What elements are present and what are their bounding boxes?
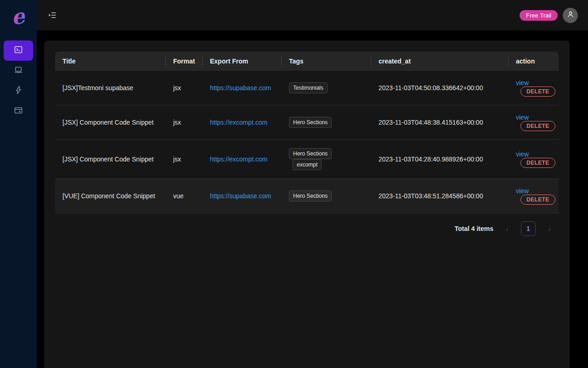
table-row: [VUE] Component Code Snippet vue https:/… [55,179,559,213]
cell-created-at: 2023-11-03T04:28:40.988926+00:00 [371,140,509,179]
table-row: [JSX]Testmoni supabase jsx https://supab… [55,71,559,105]
delete-button[interactable]: DELETE [520,121,555,131]
thunderbolt-icon [14,86,23,97]
app-logo[interactable]: e [0,0,37,33]
table-row: [JSX] Component Code Snippet jsx https:/… [55,140,559,179]
tag: Hero Sections [289,117,332,128]
tag: Hero Sections [289,148,332,159]
logo-letter: e [11,6,26,28]
view-link[interactable]: view [516,79,529,86]
delete-button[interactable]: DELETE [520,86,555,97]
snippets-table: Title Format Export From Tags created_at… [55,52,559,213]
column-header-tags: Tags [282,52,371,71]
sidebar-item-thunderbolt[interactable] [4,81,33,101]
sidebar-item-terminal[interactable] [4,40,33,61]
cell-title: [VUE] Component Code Snippet [55,179,166,213]
export-from-link[interactable]: https://supabase.com [210,192,271,200]
next-page-button[interactable]: › [542,221,557,236]
tag: excompt [293,159,322,170]
prev-page-button[interactable]: ‹ [500,221,514,236]
user-icon [566,10,575,20]
column-header-export-from: Export From [203,52,282,71]
export-from-link[interactable]: https://excompt.com [210,155,267,163]
tag: Hero Sections [289,190,332,201]
cell-title: [JSX] Component Code Snippet [55,105,166,140]
sidebar-nav [0,40,37,121]
pagination-total: Total 4 items [454,225,493,232]
cell-title: [JSX]Testmoni supabase [55,71,166,105]
content-area: Title Format Export From Tags created_at… [37,30,588,368]
credit-card-icon [14,106,23,117]
table-row: [JSX] Component Code Snippet jsx https:/… [55,105,559,140]
menu-unfold-icon[interactable] [47,10,58,21]
main-column: Free Trail [37,0,588,368]
sidebar-item-laptop[interactable] [4,61,33,81]
cell-format: vue [166,179,203,213]
topbar: Free Trail [37,0,588,30]
sidebar: e [0,0,37,368]
cell-format: jsx [166,71,203,105]
cell-format: jsx [166,105,203,140]
free-trial-badge[interactable]: Free Trail [520,10,558,21]
cell-title: [JSX] Component Code Snippet [55,140,166,179]
tag: Testimonials [289,82,328,93]
column-header-action: action [509,52,559,71]
view-link[interactable]: view [516,150,529,158]
content-card: Title Format Export From Tags created_at… [44,40,570,368]
app-root: e [0,0,588,368]
cell-created-at: 2023-11-03T04:48:38.415163+00:00 [371,105,509,140]
export-from-link[interactable]: https://excompt.com [210,119,267,126]
pagination: Total 4 items ‹ 1 › [55,221,559,236]
sidebar-item-billing[interactable] [4,101,33,121]
view-link[interactable]: view [516,187,529,195]
delete-button[interactable]: DELETE [520,195,555,205]
delete-button[interactable]: DELETE [520,158,555,168]
column-header-title: Title [55,52,166,71]
table-header-row: Title Format Export From Tags created_at… [55,52,559,71]
cell-format: jsx [166,140,203,179]
cell-created-at: 2023-11-03T04:50:08.336642+00:00 [371,71,509,105]
terminal-icon [14,45,23,56]
column-header-format: Format [166,52,203,71]
cell-created-at: 2023-11-03T03:48:51.284586+00:00 [371,179,509,213]
laptop-icon [14,65,23,76]
user-avatar[interactable] [563,8,578,23]
column-header-created-at: created_at [371,52,509,71]
page-1-button[interactable]: 1 [521,221,536,236]
view-link[interactable]: view [516,114,529,121]
export-from-link[interactable]: https://supabase.com [210,84,271,92]
